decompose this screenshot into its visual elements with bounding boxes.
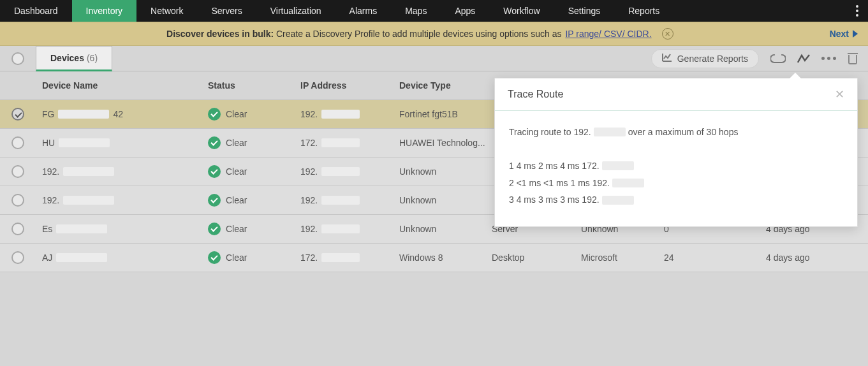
row-checkbox[interactable] [11, 223, 24, 235]
row-checkbox[interactable] [11, 251, 24, 264]
tab-devices-count: (6) [87, 53, 98, 63]
device-added: 4 days ago [766, 253, 862, 263]
device-status: Clear [208, 165, 300, 178]
nav-maps[interactable]: Maps [391, 0, 441, 22]
table-row[interactable]: AJClear172.Windows 8DesktopMicrosoft244 … [0, 244, 868, 272]
tab-devices-label: Devices [50, 53, 84, 63]
generate-reports-label: Generate Reports [677, 54, 748, 64]
devices-header: Devices (6) Generate Reports [0, 46, 868, 71]
device-ip: 192. [300, 166, 399, 177]
device-status: Clear [208, 251, 300, 264]
device-type: Windows 8 [399, 253, 492, 263]
trace-hop: 2 <1 ms <1 ms 1 ms 192. [509, 175, 843, 192]
trace-route-icon[interactable] [797, 54, 810, 64]
toolbar: Generate Reports [651, 46, 868, 71]
device-status: Clear [208, 194, 300, 207]
top-nav: DashboardInventoryNetworkServersVirtuali… [0, 0, 868, 22]
nav-settings[interactable]: Settings [554, 0, 615, 22]
row-checkbox[interactable] [11, 108, 24, 121]
status-ok-icon [208, 165, 221, 178]
nav-more-icon[interactable] [846, 0, 868, 22]
device-name[interactable]: 192. [42, 166, 208, 177]
nav-inventory[interactable]: Inventory [72, 0, 137, 22]
col-ip[interactable]: IP Address [300, 80, 399, 91]
status-ok-icon [208, 108, 221, 121]
trace-hop: 1 4 ms 2 ms 4 ms 172. [509, 157, 843, 175]
device-ip: 192. [300, 195, 399, 205]
nav-reports[interactable]: Reports [614, 0, 673, 22]
trace-intro: Tracing route to 192.over a maximum of 3… [509, 124, 843, 141]
device-type: Unknown [399, 224, 492, 234]
row-checkbox[interactable] [11, 194, 24, 207]
device-type: Fortinet fgt51B [399, 109, 492, 119]
device-status: Clear [208, 108, 300, 121]
nav-alarms[interactable]: Alarms [335, 0, 392, 22]
tip-next-button[interactable]: Next [830, 29, 858, 39]
discover-tip-bar: Discover devices in bulk: Create a Disco… [0, 22, 868, 46]
device-name[interactable]: 192. [42, 195, 208, 205]
status-ok-icon [208, 251, 221, 264]
tip-link[interactable]: IP range/ CSV/ CIDR. [565, 29, 651, 39]
popover-close-icon[interactable]: ✕ [835, 87, 844, 101]
device-name[interactable]: HU [42, 138, 208, 148]
nav-apps[interactable]: Apps [441, 0, 489, 22]
device-type: HUAWEI Technolog... [399, 138, 492, 148]
device-interfaces: 24 [664, 253, 766, 263]
chart-icon [662, 53, 672, 64]
device-type: Unknown [399, 195, 492, 205]
device-ip: 192. [300, 224, 399, 234]
popover-title: Trace Route [508, 89, 563, 100]
generate-reports-button[interactable]: Generate Reports [651, 49, 759, 68]
nav-servers[interactable]: Servers [197, 0, 256, 22]
device-status: Clear [208, 223, 300, 235]
tip-close-icon[interactable]: ✕ [662, 28, 673, 40]
delete-icon[interactable] [848, 53, 858, 64]
chevron-right-icon [853, 30, 858, 38]
device-vendor: Microsoft [581, 253, 664, 263]
status-ok-icon [208, 223, 221, 235]
nav-dashboard[interactable]: Dashboard [0, 0, 72, 22]
tab-devices[interactable]: Devices (6) [36, 46, 112, 71]
col-device-name[interactable]: Device Name [36, 80, 208, 91]
nav-network[interactable]: Network [136, 0, 197, 22]
more-actions-icon[interactable] [821, 57, 836, 60]
nav-workflow[interactable]: Workflow [489, 0, 554, 22]
device-name[interactable]: Es [42, 224, 208, 234]
device-ip: 172. [300, 138, 399, 148]
tip-text: Create a Discovery Profile to add multip… [276, 29, 561, 39]
device-category: Desktop [492, 253, 581, 263]
nav-virtualization[interactable]: Virtualization [256, 0, 335, 22]
tip-bold: Discover devices in bulk: [166, 29, 274, 39]
tip-next-label: Next [830, 29, 849, 39]
select-all-checkbox[interactable] [11, 52, 24, 65]
refresh-icon[interactable] [770, 54, 786, 64]
device-ip: 172. [300, 253, 399, 263]
trace-route-popover: Trace Route ✕ Tracing route to 192.over … [494, 78, 858, 227]
row-checkbox[interactable] [11, 165, 24, 178]
col-type[interactable]: Device Type [399, 80, 492, 91]
device-status: Clear [208, 136, 300, 149]
device-ip: 192. [300, 109, 399, 119]
device-name[interactable]: FG42 [42, 109, 208, 119]
trace-hop: 3 4 ms 3 ms 3 ms 192. [509, 191, 843, 209]
row-checkbox[interactable] [11, 136, 24, 149]
device-name[interactable]: AJ [42, 253, 208, 263]
status-ok-icon [208, 136, 221, 149]
device-type: Unknown [399, 166, 492, 177]
col-status[interactable]: Status [208, 80, 300, 91]
status-ok-icon [208, 194, 221, 207]
